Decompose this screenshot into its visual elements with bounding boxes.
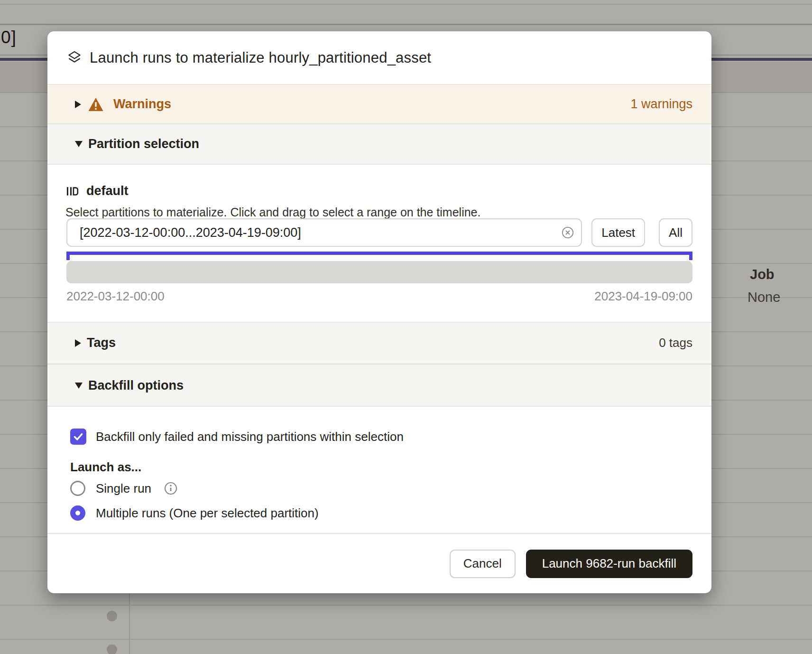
partition-timeline[interactable] [66, 261, 692, 283]
range-start-label: 2022-03-12-00:00 [66, 289, 165, 304]
partition-description: Select partitions to materialize. Click … [65, 206, 480, 219]
materialize-layers-icon [66, 50, 83, 66]
radio-unselected[interactable] [70, 481, 85, 496]
warnings-label: Warnings [113, 97, 171, 112]
range-end-label: 2023-04-19-09:00 [594, 289, 692, 304]
radio-selected[interactable] [70, 505, 85, 521]
dialog-footer: Cancel Launch 9682-run backfill [47, 533, 711, 593]
tags-count: 0 tags [659, 336, 692, 350]
backfill-options-toggle[interactable]: Backfill options [47, 364, 711, 407]
dialog-title: Launch runs to materialize hourly_partit… [90, 49, 431, 66]
partition-input-row: Latest All [66, 218, 692, 247]
all-button[interactable]: All [659, 218, 692, 247]
info-icon[interactable] [164, 481, 178, 495]
radio-multiple-runs-label: Multiple runs (One per selected partitio… [96, 506, 319, 521]
launch-backfill-dialog: Launch runs to materialize hourly_partit… [47, 31, 711, 593]
warnings-count: 1 warnings [630, 97, 692, 112]
partition-selection-label: Partition selection [88, 137, 199, 151]
checkbox-checked[interactable] [70, 429, 86, 445]
dialog-header: Launch runs to materialize hourly_partit… [47, 31, 711, 84]
partition-icon [65, 185, 79, 198]
radio-multiple-runs[interactable]: Multiple runs (One per selected partitio… [70, 505, 319, 521]
radio-single-run-label: Single run [96, 481, 151, 496]
launch-as-label: Launch as... [70, 460, 141, 475]
backfill-only-failed-checkbox-row[interactable]: Backfill only failed and missing partiti… [70, 429, 404, 445]
partition-dimension-name: default [86, 184, 129, 198]
tags-section-toggle[interactable]: Tags 0 tags [47, 322, 711, 364]
backfill-options-label: Backfill options [88, 378, 184, 393]
warnings-section-toggle[interactable]: Warnings 1 warnings [47, 84, 711, 123]
caret-right-icon [75, 339, 81, 347]
cancel-button[interactable]: Cancel [450, 550, 516, 578]
caret-down-icon [75, 141, 83, 147]
partition-selection-toggle[interactable]: Partition selection [47, 123, 711, 165]
radio-single-run[interactable]: Single run [70, 481, 178, 496]
backfill-options-body: Backfill only failed and missing partiti… [47, 407, 711, 533]
selection-range-tick [66, 252, 70, 260]
caret-right-icon [75, 101, 81, 108]
checkbox-label: Backfill only failed and missing partiti… [96, 430, 404, 444]
selection-range-bar[interactable] [66, 252, 692, 255]
partition-range-input[interactable] [67, 219, 581, 246]
caret-down-icon [75, 383, 83, 389]
selection-range-tick [689, 252, 692, 260]
partition-selection-body: default Select partitions to materialize… [47, 165, 711, 322]
clear-input-icon[interactable] [561, 226, 574, 239]
partition-dimension-row: default [65, 184, 129, 198]
warning-icon [88, 97, 104, 112]
timeline-range-labels: 2022-03-12-00:00 2023-04-19-09:00 [66, 289, 692, 304]
partition-range-input-wrap [66, 218, 582, 247]
check-icon [72, 430, 84, 443]
latest-button[interactable]: Latest [591, 218, 645, 247]
tags-label: Tags [87, 336, 116, 350]
launch-backfill-button[interactable]: Launch 9682-run backfill [526, 550, 692, 578]
